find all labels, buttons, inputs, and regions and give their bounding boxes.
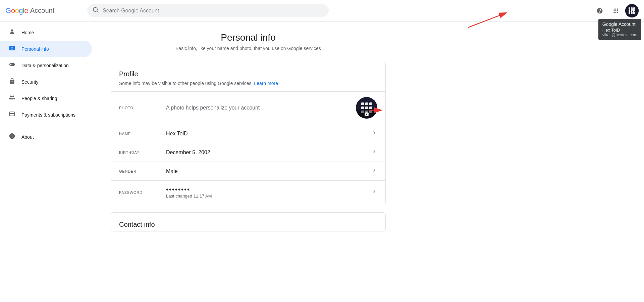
photo-label: PHOTO bbox=[119, 106, 166, 110]
gender-row[interactable]: GENDER Male bbox=[111, 162, 385, 180]
main-content: Personal info Basic info, like your name… bbox=[97, 21, 399, 302]
birthday-row[interactable]: BIRTHDAY December 5, 2002 bbox=[111, 143, 385, 162]
gender-chevron-icon bbox=[371, 167, 377, 175]
apps-button[interactable] bbox=[609, 4, 623, 17]
app-layout: Home Personal info Data & personalizatio… bbox=[0, 21, 644, 302]
contact-info-card: Contact info bbox=[111, 212, 386, 231]
sidebar-item-people-sharing[interactable]: People & sharing bbox=[0, 90, 92, 106]
profile-photo-avatar[interactable] bbox=[356, 97, 377, 119]
svg-rect-11 bbox=[631, 12, 633, 14]
avatar-button[interactable]: HT bbox=[625, 4, 639, 17]
app-header: Google Account bbox=[0, 0, 644, 21]
tooltip-title: Google Account bbox=[602, 21, 637, 27]
google-logo: Google bbox=[5, 6, 28, 15]
password-row[interactable]: PASSWORD •••••••• Last changed 11:17 AM bbox=[111, 180, 385, 204]
sidebar: Home Personal info Data & personalizatio… bbox=[0, 21, 97, 302]
password-last-changed: Last changed 11:17 AM bbox=[166, 193, 371, 199]
sidebar-personal-info-label: Personal info bbox=[21, 46, 49, 52]
sidebar-data-label: Data & personalization bbox=[21, 63, 69, 68]
password-chevron-icon bbox=[371, 188, 377, 196]
svg-rect-6 bbox=[633, 7, 635, 9]
svg-rect-14 bbox=[361, 102, 364, 105]
payments-icon bbox=[8, 111, 16, 119]
svg-rect-15 bbox=[365, 102, 368, 105]
svg-rect-5 bbox=[631, 7, 633, 9]
name-row[interactable]: NAME Hex ToiD bbox=[111, 124, 385, 143]
header-actions: HT bbox=[593, 4, 639, 17]
contact-info-title: Contact info bbox=[111, 213, 385, 231]
photo-description: A photo helps personalize your account bbox=[166, 105, 356, 111]
password-label: PASSWORD bbox=[119, 190, 166, 195]
security-icon bbox=[8, 78, 16, 86]
sidebar-item-security[interactable]: Security bbox=[0, 74, 92, 90]
tooltip-email: vikas@hextoid.com bbox=[602, 33, 637, 37]
search-bar bbox=[87, 4, 329, 17]
svg-rect-12 bbox=[633, 12, 635, 14]
gender-label: GENDER bbox=[119, 169, 166, 173]
account-text: Account bbox=[30, 7, 54, 14]
svg-rect-10 bbox=[629, 12, 630, 14]
data-icon bbox=[8, 61, 16, 70]
tooltip-name: Hex ToiD bbox=[602, 28, 637, 33]
photo-camera-overlay bbox=[356, 111, 377, 119]
profile-card: Profile Some info may be visible to othe… bbox=[111, 62, 386, 204]
svg-rect-17 bbox=[361, 106, 364, 109]
page-title: Personal info bbox=[111, 32, 386, 43]
sidebar-item-payments[interactable]: Payments & subscriptions bbox=[0, 106, 92, 123]
search-input[interactable] bbox=[103, 8, 323, 14]
sidebar-home-label: Home bbox=[21, 30, 34, 35]
logo: Google Account bbox=[5, 6, 79, 15]
profile-description-text: Some info may be visible to other people… bbox=[119, 81, 253, 86]
birthday-label: BIRTHDAY bbox=[119, 150, 166, 155]
photo-row[interactable]: PHOTO A photo helps personalize your acc… bbox=[111, 91, 385, 124]
sidebar-item-about[interactable]: About bbox=[0, 129, 92, 145]
sidebar-divider bbox=[5, 126, 92, 126]
sidebar-item-home[interactable]: Home bbox=[0, 24, 92, 41]
page-subtitle: Basic info, like your name and photo, th… bbox=[111, 46, 386, 51]
svg-rect-9 bbox=[633, 10, 635, 11]
gender-value: Male bbox=[166, 168, 371, 174]
profile-card-description: Some info may be visible to other people… bbox=[111, 81, 385, 91]
camera-icon bbox=[364, 112, 369, 118]
password-dots: •••••••• bbox=[166, 186, 371, 193]
about-icon bbox=[8, 133, 16, 141]
learn-more-link[interactable]: Learn more bbox=[254, 81, 278, 86]
avatar-tooltip: Google Account Hex ToiD vikas@hextoid.co… bbox=[598, 19, 641, 40]
name-chevron-icon bbox=[371, 130, 377, 137]
help-button[interactable] bbox=[593, 4, 606, 17]
svg-rect-4 bbox=[629, 7, 630, 9]
sidebar-payments-label: Payments & subscriptions bbox=[21, 112, 75, 118]
sidebar-item-data-personalization[interactable]: Data & personalization bbox=[0, 57, 92, 74]
svg-line-1 bbox=[97, 11, 98, 12]
sidebar-people-label: People & sharing bbox=[21, 96, 57, 101]
birthday-chevron-icon bbox=[371, 148, 377, 156]
search-icon bbox=[93, 7, 99, 14]
people-icon bbox=[8, 94, 16, 102]
home-icon bbox=[8, 28, 16, 37]
personal-info-icon bbox=[8, 45, 16, 53]
svg-rect-16 bbox=[369, 102, 372, 105]
name-label: NAME bbox=[119, 132, 166, 136]
sidebar-about-label: About bbox=[21, 134, 34, 140]
svg-rect-18 bbox=[365, 106, 368, 109]
sidebar-security-label: Security bbox=[21, 79, 39, 85]
name-value: Hex ToiD bbox=[166, 131, 371, 137]
svg-rect-19 bbox=[369, 106, 372, 109]
birthday-value: December 5, 2002 bbox=[166, 149, 371, 156]
svg-rect-7 bbox=[629, 10, 630, 11]
svg-rect-8 bbox=[631, 10, 633, 11]
sidebar-item-personal-info[interactable]: Personal info bbox=[0, 41, 92, 57]
profile-card-title: Profile bbox=[111, 62, 385, 81]
